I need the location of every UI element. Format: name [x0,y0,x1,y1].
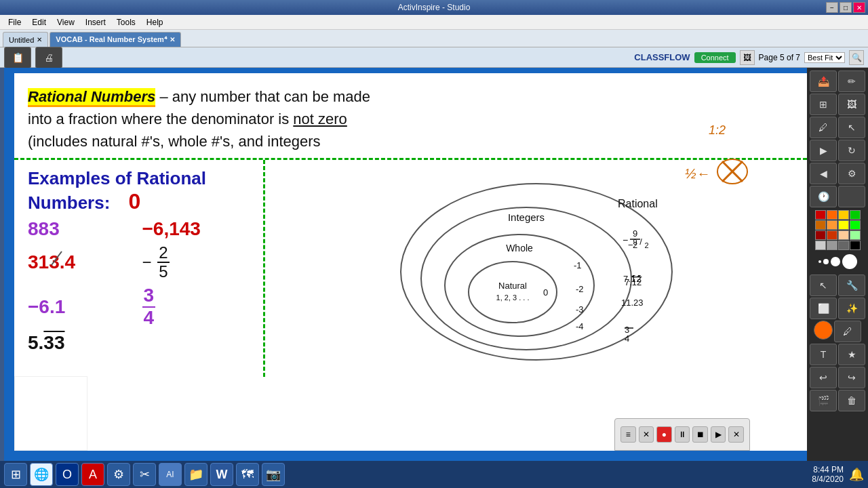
pen-size-dot[interactable] [831,257,840,266]
toolbar-icon-1[interactable]: 📋 [4,47,31,68]
color-swatch[interactable] [850,220,861,230]
tab-close-vocab[interactable]: ✕ [170,36,175,43]
number-system-diagram: Rational Integers Whole Natural 1, 2, 3 … [394,167,679,370]
taskbar-acrobat-icon[interactable]: A [81,463,104,486]
rec-square-btn[interactable]: ⏹ [692,426,708,443]
sidebar-blank-icon[interactable] [838,186,865,207]
color-swatch[interactable] [815,230,826,240]
taskbar-folder-icon[interactable]: 📁 [184,463,208,486]
sidebar-share-icon[interactable]: 📤 [810,70,837,92]
sidebar-tools-icon[interactable]: 🔧 [838,274,865,296]
pen-size-dot[interactable] [823,259,829,264]
svg-text:9: 9 [633,228,637,239]
taskbar-word-icon[interactable]: W [210,463,233,486]
color-swatch[interactable] [850,230,861,240]
pen-size-dot[interactable] [818,260,821,263]
sidebar-undo-icon[interactable]: ↩ [810,367,837,388]
sidebar-play-icon[interactable]: ▶ [810,140,837,161]
color-swatch[interactable] [827,241,837,250]
menu-view[interactable]: View [52,16,80,28]
menu-help[interactable]: Help [141,16,169,28]
sidebar-redo-icon[interactable]: ↪ [838,367,865,388]
zoom-icon[interactable]: 🔍 [849,50,864,65]
taskbar-browser-icon[interactable]: 🌐 [30,463,53,486]
color-swatch[interactable] [827,220,837,230]
sidebar-cursor-icon[interactable]: ↖ [838,117,865,138]
menu-edit[interactable]: Edit [26,16,52,28]
connect-button[interactable]: Connect [694,52,736,63]
toolbar-icon-3[interactable]: 🖼 [740,50,755,65]
rec-stop-btn[interactable]: ✕ [639,426,654,443]
color-swatch[interactable] [815,241,826,250]
rec-menu-btn[interactable]: ≡ [620,426,636,443]
sidebar-trash-icon[interactable]: 🗑 [838,390,865,411]
menu-bar: File Edit View Insert Tools Help [0,15,868,30]
sidebar-pen-icon[interactable]: 🖊 [810,117,837,138]
menu-insert[interactable]: Insert [80,16,111,28]
pen-size-dot[interactable] [842,254,857,269]
color-swatch[interactable] [850,241,861,250]
color-swatch[interactable] [815,210,826,220]
natural-label: Natural [498,281,527,291]
tab-vocab[interactable]: VOCAB - Real Number System⁴ ✕ [50,32,181,47]
taskbar-maps-icon[interactable]: 🗺 [236,463,259,486]
example-533: 5.33 [28,332,136,354]
color-swatch[interactable] [827,210,837,220]
not-zero-text: not zero [293,110,347,127]
tab-untitled[interactable]: Untitled ✕ [3,32,48,47]
sidebar-magic-icon[interactable]: ✨ [838,298,865,319]
menu-file[interactable]: File [3,16,26,28]
sidebar-clock-icon[interactable]: 🕐 [810,186,837,207]
taskbar-tool1-icon[interactable]: ⚙ [107,463,130,486]
color-swatch[interactable] [838,230,849,240]
sidebar-text-icon[interactable]: T [810,344,837,365]
tab-close-untitled[interactable]: ✕ [37,36,42,43]
taskbar-notification-icon[interactable]: 🔔 [849,467,864,482]
sidebar-annotate-icon[interactable]: ✏ [838,70,865,92]
sidebar-pen2-icon[interactable]: 🖊 [834,321,861,342]
val-1123: 11.23 [621,298,644,308]
sidebar-orange-ball[interactable] [814,321,833,340]
rec-record-btn[interactable]: ● [656,426,672,443]
maximize-button[interactable]: □ [840,2,852,13]
menu-tools[interactable]: Tools [111,16,141,28]
examples-title: Examples of RationalNumbers: 0 [28,168,250,214]
sidebar-settings-icon[interactable]: ⚙ [838,163,865,184]
natural-sublabel: 1, 2, 3 . . . [496,293,529,302]
sidebar-image-icon[interactable]: 🖼 [838,94,865,115]
sidebar-film-icon[interactable]: 🎬 [810,390,837,411]
color-swatch[interactable] [838,241,849,250]
sidebar-star-icon[interactable]: ★ [838,344,865,365]
main-layout: Rational Numbers – any number that can b… [0,68,868,488]
color-palette [815,210,861,250]
sidebar-rotate-icon[interactable]: ↻ [838,140,865,161]
color-swatch[interactable] [827,230,837,240]
zoom-select[interactable]: Best Fit 100% 75% [804,52,845,63]
val-0: 0 [543,287,548,298]
color-swatch[interactable] [838,220,849,230]
taskbar-scissors-icon[interactable]: ✂ [133,463,156,486]
sidebar-eraser-icon[interactable]: ⬜ [810,298,837,319]
taskbar-start-icon[interactable]: ⊞ [4,463,27,486]
rec-close-btn[interactable]: ✕ [728,426,744,443]
taskbar-activinspire-icon[interactable]: AI [159,463,182,486]
title-bar: ActivInspire - Studio − □ ✕ [0,0,868,15]
classflow-label: CLASSFLOW [634,52,690,62]
rec-pause-btn[interactable]: ⏸ [675,426,690,443]
val-34: 3 4 [625,325,632,344]
taskbar-time: 8:44 PM 8/4/2020 [812,465,844,484]
color-swatch[interactable] [838,210,849,220]
sidebar-cursor2-icon[interactable]: ↖ [810,274,837,296]
white-box-overlay [14,376,87,451]
sidebar-grid-icon[interactable]: ⊞ [810,94,837,115]
rec-play-btn[interactable]: ▶ [711,426,726,443]
toolbar-icon-2[interactable]: 🖨 [35,47,62,68]
color-swatch[interactable] [850,210,861,220]
taskbar-camera-icon[interactable]: 📷 [262,463,285,486]
sidebar-prev-icon[interactable]: ◀ [810,163,837,184]
close-button[interactable]: ✕ [853,2,865,13]
color-swatch[interactable] [815,220,826,230]
title-text: Rational Numbers [28,88,155,107]
minimize-button[interactable]: − [826,2,838,13]
taskbar-outlook-icon[interactable]: O [56,463,79,486]
